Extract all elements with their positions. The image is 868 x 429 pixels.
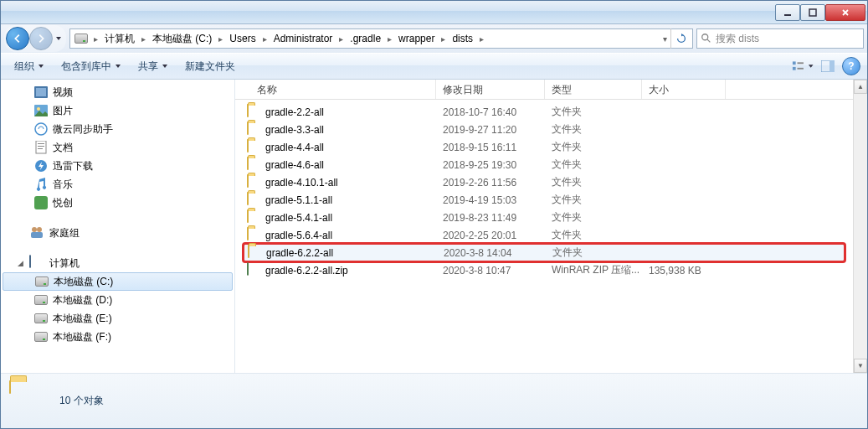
chevron-right-icon[interactable]: ▸ — [138, 34, 149, 44]
video-icon — [34, 85, 48, 99]
search-placeholder: 搜索 dists — [716, 32, 759, 46]
breadcrumb-dropdown[interactable]: ▾ — [660, 34, 670, 44]
file-date: 2020-2-25 20:01 — [443, 230, 552, 241]
sidebar-group-computer[interactable]: ◢计算机 — [1, 254, 234, 272]
file-type: 文件夹 — [552, 210, 649, 225]
window-controls — [775, 4, 865, 21]
file-name: gradle-6.2.2-all.zip — [265, 265, 443, 277]
file-name: gradle-5.4.1-all — [265, 212, 443, 224]
back-button[interactable] — [6, 27, 29, 50]
sidebar-item-yuechuang[interactable]: 悦创 — [1, 194, 234, 212]
nav-history-dropdown[interactable] — [53, 30, 64, 47]
svg-point-2 — [702, 34, 708, 40]
sidebar-group-homegroup[interactable]: 家庭组 — [1, 224, 234, 242]
chevron-right-icon[interactable]: ▸ — [438, 34, 449, 44]
breadcrumb-segment[interactable]: .gradle — [347, 29, 384, 48]
chevron-right-icon[interactable]: ▸ — [90, 34, 101, 44]
chevron-right-icon[interactable]: ▸ — [259, 34, 270, 44]
file-row[interactable]: gradle-4.4-all2018-9-15 16:11文件夹 — [244, 138, 845, 156]
file-row[interactable]: gradle-3.3-all2019-9-27 11:20文件夹 — [244, 121, 845, 138]
expand-icon[interactable]: ◢ — [18, 259, 28, 267]
file-name: gradle-5.6.4-all — [265, 230, 443, 241]
column-header-name[interactable]: 名称 — [235, 80, 436, 99]
file-row[interactable]: gradle-4.6-all2018-9-25 19:30文件夹 — [244, 156, 845, 173]
music-icon — [34, 178, 48, 191]
navigation-pane[interactable]: 视频 图片 微云同步助手 文档 迅雷下载 音乐 悦创 家庭组 ◢计算机 本地磁盘… — [1, 80, 235, 373]
svg-point-13 — [35, 123, 47, 135]
file-date: 2018-10-7 16:40 — [443, 106, 552, 118]
file-list[interactable]: gradle-2.2-all2018-10-7 16:40文件夹gradle-3… — [235, 100, 853, 373]
sidebar-item-documents[interactable]: 文档 — [1, 138, 234, 157]
minimize-button[interactable] — [775, 4, 800, 21]
share-button[interactable]: 共享 — [131, 56, 175, 77]
column-header-date[interactable]: 修改日期 — [436, 80, 545, 99]
view-options-button[interactable] — [792, 57, 814, 75]
column-header-size[interactable]: 大小 — [642, 80, 726, 99]
scroll-up-button[interactable]: ▲ — [854, 80, 867, 94]
chevron-down-icon — [115, 63, 121, 70]
folder-icon — [9, 381, 49, 421]
breadcrumb-bar[interactable]: ▸ 计算机 ▸ 本地磁盘 (C:) ▸ Users ▸ Administrato… — [69, 28, 693, 49]
file-name: gradle-6.2.2-all — [266, 247, 444, 259]
folder-icon — [247, 175, 262, 190]
sidebar-item-drive-f[interactable]: 本地磁盘 (F:) — [1, 328, 234, 346]
sidebar-item-drive-c[interactable]: 本地磁盘 (C:) — [3, 272, 233, 291]
svg-rect-19 — [34, 196, 48, 209]
sidebar-group-label: 家庭组 — [49, 226, 80, 240]
file-row[interactable]: gradle-4.10.1-all2019-2-26 11:56文件夹 — [244, 173, 845, 191]
file-type: 文件夹 — [552, 122, 649, 137]
help-button[interactable]: ? — [842, 57, 860, 75]
chevron-right-icon[interactable]: ▸ — [476, 34, 487, 44]
sidebar-item-weiyun[interactable]: 微云同步助手 — [1, 120, 234, 138]
scroll-down-button[interactable]: ▼ — [854, 359, 867, 373]
sidebar-item-pictures[interactable]: 图片 — [1, 101, 234, 120]
new-folder-button[interactable]: 新建文件夹 — [178, 56, 242, 77]
breadcrumb-segment[interactable]: Administrator — [270, 29, 336, 48]
breadcrumb-segment[interactable]: 计算机 — [101, 29, 138, 48]
sidebar-item-label: 本地磁盘 (D:) — [53, 293, 112, 308]
breadcrumb-segment[interactable]: Users — [226, 29, 259, 48]
file-row[interactable]: gradle-5.6.4-all2020-2-25 20:01文件夹 — [244, 226, 845, 244]
svg-rect-22 — [31, 232, 43, 238]
include-in-library-button[interactable]: 包含到库中 — [54, 56, 128, 77]
sidebar-item-thunder[interactable]: 迅雷下载 — [1, 157, 234, 175]
svg-rect-1 — [809, 9, 816, 16]
explorer-window: ▸ 计算机 ▸ 本地磁盘 (C:) ▸ Users ▸ Administrato… — [0, 0, 868, 429]
file-type: WinRAR ZIP 压缩... — [552, 263, 649, 277]
folder-icon — [247, 193, 262, 208]
refresh-button[interactable] — [670, 28, 691, 49]
chevron-right-icon[interactable]: ▸ — [215, 34, 226, 44]
organize-button[interactable]: 组织 — [8, 56, 51, 77]
file-type: 文件夹 — [552, 228, 649, 242]
sidebar-item-drive-e[interactable]: 本地磁盘 (E:) — [1, 309, 234, 328]
nav-buttons — [4, 25, 66, 52]
maximize-button[interactable] — [800, 4, 825, 21]
file-date: 2020-3-8 14:04 — [444, 247, 552, 259]
preview-pane-button[interactable] — [817, 57, 839, 75]
column-header-type[interactable]: 类型 — [545, 80, 642, 99]
file-row[interactable]: gradle-6.2.2-all2020-3-8 14:04文件夹 — [244, 244, 845, 261]
sidebar-item-label: 音乐 — [53, 178, 73, 192]
chevron-down-icon — [38, 63, 44, 70]
chevron-right-icon[interactable]: ▸ — [384, 34, 395, 44]
breadcrumb-segment[interactable]: 本地磁盘 (C:) — [149, 29, 215, 48]
file-type: 文件夹 — [552, 175, 649, 189]
file-name: gradle-4.6-all — [265, 159, 443, 171]
sidebar-item-drive-d[interactable]: 本地磁盘 (D:) — [1, 291, 234, 309]
file-row[interactable]: gradle-2.2-all2018-10-7 16:40文件夹 — [244, 103, 845, 121]
scrollbar[interactable]: ▲ ▼ — [853, 80, 867, 373]
file-row[interactable]: gradle-5.4.1-all2019-8-23 11:49文件夹 — [244, 209, 845, 226]
chevron-right-icon[interactable]: ▸ — [336, 34, 347, 44]
close-button[interactable] — [825, 4, 865, 21]
forward-button[interactable] — [29, 27, 53, 50]
breadcrumb-segment[interactable]: wrapper — [395, 29, 438, 48]
sidebar-item-videos[interactable]: 视频 — [1, 83, 234, 101]
breadcrumb-segment[interactable]: dists — [449, 29, 476, 48]
search-input[interactable]: 搜索 dists — [696, 28, 864, 49]
file-row[interactable]: gradle-5.1.1-all2019-4-19 15:03文件夹 — [244, 191, 845, 209]
file-name: gradle-5.1.1-all — [265, 194, 443, 206]
titlebar — [1, 1, 867, 24]
homegroup-icon — [29, 225, 44, 240]
file-row[interactable]: gradle-6.2.2-all.zip2020-3-8 10:47WinRAR… — [244, 261, 845, 279]
sidebar-item-music[interactable]: 音乐 — [1, 175, 234, 194]
